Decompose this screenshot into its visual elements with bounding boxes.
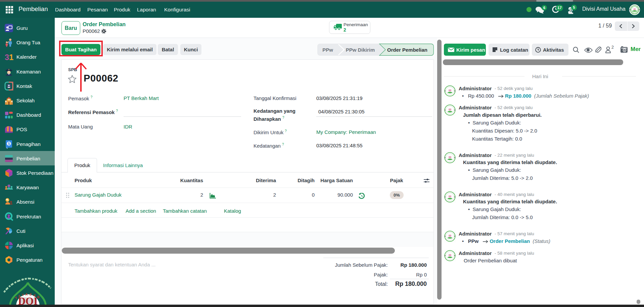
svg-text:PPw Dikirim: PPw Dikirim <box>346 47 375 53</box>
svg-text:3: 3 <box>5 53 9 61</box>
svg-text:PPw: PPw <box>322 47 333 53</box>
svg-text:Order Pembelian: Order Pembelian <box>387 47 427 53</box>
svg-text:DQI: DQI <box>18 295 38 305</box>
svg-text:1: 1 <box>9 53 13 61</box>
svg-text:$: $ <box>8 142 10 146</box>
